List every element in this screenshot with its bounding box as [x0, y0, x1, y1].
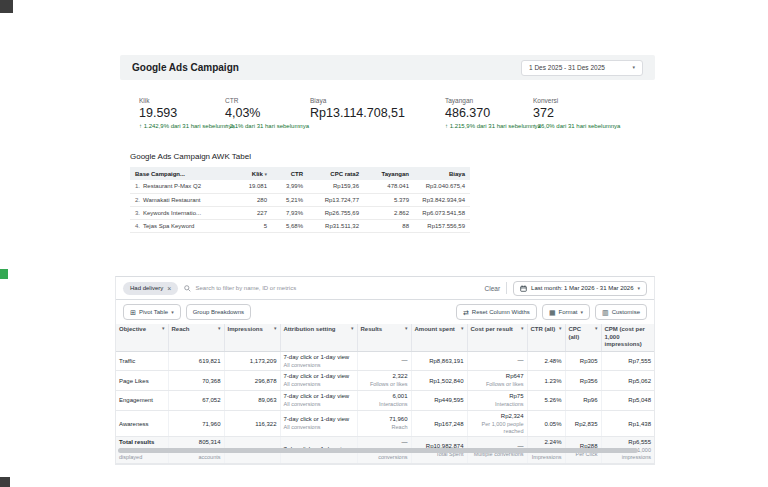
- column-header-biaya[interactable]: Biaya: [414, 167, 470, 180]
- date-range-text: Last month: 1 Mar 2026 - 31 Mar 2026: [531, 285, 633, 291]
- column-header-ctr[interactable]: CTR: [272, 167, 308, 180]
- reset-column-widths-label: Reset Column Widths: [472, 309, 530, 315]
- cell-biaya: Rp6.073.541,58: [414, 206, 470, 219]
- column-header-ctr[interactable]: CTR (all)▾: [527, 324, 565, 351]
- kpi-ctr: CTR 4,03% ↑ 2,1% dari 31 hari sebelumnya: [225, 97, 309, 129]
- kpi-klik: Klik 19.593 ↑ 1.242,9% dari 31 hari sebe…: [139, 97, 235, 129]
- format-label: Format: [559, 309, 578, 315]
- kpi-label: Konversi: [533, 97, 620, 104]
- kpi-row: Klik 19.593 ↑ 1.242,9% dari 31 hari sebe…: [120, 80, 655, 140]
- clear-filters-button[interactable]: Clear: [485, 285, 501, 292]
- cell-ctr: 1.23%: [527, 371, 565, 391]
- columns-icon: ▥: [602, 309, 609, 316]
- table-row-page-likes[interactable]: Page Likes 70,368 296,878 7-day click or…: [116, 371, 654, 391]
- kpi-delta: ↑ 1.215,9% dari 31 hari sebelumnya: [445, 123, 541, 129]
- sort-caret-icon: ▾: [595, 326, 598, 331]
- cell-results: —: [357, 351, 411, 371]
- column-header-objective[interactable]: Objective▾: [116, 324, 168, 351]
- date-range-picker[interactable]: Last month: 1 Mar 2026 - 31 Mar 2026 ▾: [513, 281, 647, 296]
- filter-bar: Had delivery × Search to filter by name,…: [116, 277, 654, 300]
- pivot-table-label: Pivot Table: [139, 309, 168, 315]
- column-header-campaign[interactable]: Base Campaign...: [130, 167, 230, 180]
- campaign-row[interactable]: 4.Tejas Spa Keyword 5 5,68% Rp31.511,32 …: [130, 219, 470, 232]
- calendar-icon: [520, 285, 527, 292]
- cell-tayangan: 88: [364, 219, 414, 232]
- filter-chip-had-delivery[interactable]: Had delivery ×: [123, 282, 178, 295]
- cell-cpc: Rp305: [565, 351, 601, 371]
- cell-reach: 70,368: [168, 371, 224, 391]
- sort-caret-icon: ▾: [351, 326, 354, 331]
- cell-cost-per-result: Rp75Interactions: [467, 391, 527, 411]
- screenshot-corner-mark: [0, 477, 10, 487]
- results-table-header-row: Objective▾ Reach▾ Impressions▾ Attributi…: [116, 324, 654, 351]
- cell-tayangan: 5.379: [364, 193, 414, 206]
- pivot-grid-icon: ⊞: [130, 309, 136, 316]
- cell-amount-spent: Rp8,863,191: [411, 351, 467, 371]
- column-header-attribution[interactable]: Attribution setting▾: [280, 324, 357, 351]
- date-range-selector[interactable]: 1 Des 2025 - 31 Des 2025 ▾: [521, 60, 643, 76]
- kpi-value: Rp13.114.708,51: [310, 106, 405, 120]
- kpi-label: Klik: [139, 97, 235, 104]
- cell-campaign-name: 3.Keywords Internatio...: [130, 206, 230, 219]
- cell-ctr: 5.26%: [527, 391, 565, 411]
- kpi-value: 486.370: [445, 106, 541, 120]
- cell-ctr: 7,93%: [272, 206, 308, 219]
- cell-ctr: 3,99%: [272, 180, 308, 193]
- campaign-row[interactable]: 3.Keywords Internatio... 227 7,93% Rp26.…: [130, 206, 470, 219]
- cell-cpm: Rp1,438: [601, 410, 654, 436]
- cell-objective: Engagement: [116, 391, 168, 411]
- sort-caret-icon: ▾: [218, 326, 221, 331]
- search-input[interactable]: Search to filter by name, ID or metrics: [184, 285, 478, 292]
- reset-column-widths-button[interactable]: ⇄ Reset Column Widths: [456, 304, 537, 320]
- kpi-label: Biaya: [310, 97, 405, 104]
- reset-widths-icon: ⇄: [463, 309, 469, 316]
- chevron-down-icon: ▾: [581, 310, 584, 315]
- cell-amount-spent: Rp449,595: [411, 391, 467, 411]
- campaign-row[interactable]: 1.Restaurant P-Max Q2 19.081 3,99% Rp159…: [130, 180, 470, 193]
- column-header-amount-spent[interactable]: Amount spent▾: [411, 324, 467, 351]
- cell-impressions: 116,322: [224, 410, 280, 436]
- table-row-traffic[interactable]: Traffic 619,821 1,173,209 7-day click or…: [116, 351, 654, 371]
- cell-attribution: 7-day click or 1-day viewAll conversions: [280, 391, 357, 411]
- group-breakdowns-button[interactable]: Group Breakdowns: [186, 304, 251, 320]
- cell-objective: Traffic: [116, 351, 168, 371]
- column-header-cpm[interactable]: CPM (cost per 1,000 impressions): [601, 324, 654, 351]
- column-header-tayangan[interactable]: Tayangan: [364, 167, 414, 180]
- format-button[interactable]: ▦ Format ▾: [542, 304, 590, 320]
- dashboard-header: Google Ads Campaign 1 Des 2025 - 31 Des …: [120, 55, 655, 80]
- cell-klik: 19.081: [230, 180, 272, 193]
- chevron-down-icon: ▾: [171, 310, 174, 315]
- cell-results: 2,322Follows or likes: [357, 371, 411, 391]
- format-grid-icon: ▦: [549, 309, 556, 316]
- table-row-awareness[interactable]: Awareness 71,960 116,322 7-day click or …: [116, 410, 654, 436]
- table-row-engagement[interactable]: Engagement 67,052 89,063 7-day click or …: [116, 391, 654, 411]
- column-header-impressions[interactable]: Impressions▾: [224, 324, 280, 351]
- cell-attribution: 7-day click or 1-day viewAll conversions: [280, 410, 357, 436]
- kpi-label: CTR: [225, 97, 309, 104]
- column-header-klik[interactable]: Klik ▾: [230, 167, 272, 180]
- cell-amount-spent: Rp167,248: [411, 410, 467, 436]
- campaign-row[interactable]: 2.Wamakati Restaurant 280 5,21% Rp13.724…: [130, 193, 470, 206]
- close-icon[interactable]: ×: [167, 285, 171, 292]
- cell-klik: 5: [230, 219, 272, 232]
- column-header-results[interactable]: Results▾: [357, 324, 411, 351]
- cell-amount-spent: Rp1,502,840: [411, 371, 467, 391]
- cell-campaign-name: 2.Wamakati Restaurant: [130, 193, 230, 206]
- column-header-cost-per-result[interactable]: Cost per result▾: [467, 324, 527, 351]
- date-range-label: 1 Des 2025 - 31 Des 2025: [529, 64, 605, 71]
- ads-manager-panel: Had delivery × Search to filter by name,…: [115, 276, 655, 465]
- sort-caret-icon: ▾: [274, 326, 277, 331]
- cell-ctr: 5,68%: [272, 219, 308, 232]
- cell-klik: 227: [230, 206, 272, 219]
- customise-button[interactable]: ▥ Customise: [595, 304, 647, 320]
- sort-caret-icon: ▾: [559, 326, 562, 331]
- cell-cpc: Rp26.755,69: [308, 206, 364, 219]
- kpi-label: Tayangan: [445, 97, 541, 104]
- column-header-reach[interactable]: Reach▾: [168, 324, 224, 351]
- table-toolbar: ⊞ Pivot Table ▾ Group Breakdowns ⇄ Reset…: [116, 300, 654, 324]
- horizontal-scrollbar[interactable]: [118, 448, 638, 453]
- pivot-table-button[interactable]: ⊞ Pivot Table ▾: [123, 304, 181, 320]
- column-header-cpc[interactable]: CPC (all)▾: [565, 324, 601, 351]
- column-header-cpc[interactable]: CPC rata2: [308, 167, 364, 180]
- kpi-delta: ↑ 2,1% dari 31 hari sebelumnya: [225, 123, 309, 129]
